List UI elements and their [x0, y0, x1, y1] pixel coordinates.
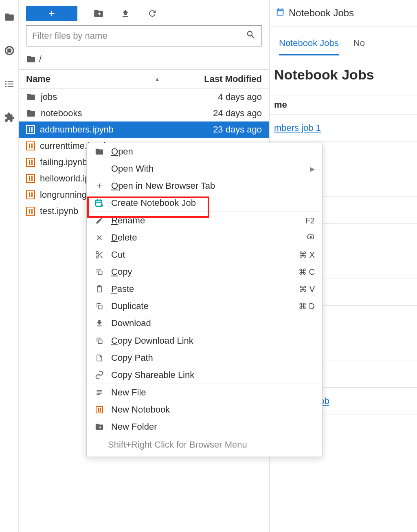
download-icon — [94, 318, 105, 329]
submenu-arrow-icon: ▶ — [310, 165, 315, 173]
svg-rect-17 — [97, 392, 102, 393]
folder-icon — [26, 92, 36, 102]
notebook-icon — [26, 190, 35, 199]
menu-new-folder-label: New Folder — [111, 422, 315, 432]
extensions-tab-icon[interactable] — [4, 112, 15, 123]
menu-duplicate[interactable]: Duplicate ⌘ D — [87, 298, 322, 315]
menu-open-tab[interactable]: Open in New Browser Tab — [87, 177, 322, 194]
menu-paste[interactable]: Paste ⌘ V — [87, 280, 322, 298]
menu-paste-label: Paste — [111, 284, 292, 294]
menu-download[interactable]: Download — [87, 315, 322, 332]
sort-caret-icon: ▲ — [154, 76, 160, 82]
menu-copy-share-label: Copy Shareable Link — [111, 370, 315, 380]
svg-point-2 — [5, 81, 6, 82]
folder-tab-icon[interactable] — [4, 11, 15, 23]
panel-header-title: Notebook Jobs — [289, 7, 354, 19]
svg-point-4 — [5, 83, 6, 84]
svg-rect-18 — [97, 393, 102, 394]
notebook-row[interactable]: addnumbers.ipynb23 days ago — [19, 121, 269, 138]
menu-cut-shortcut: ⌘ X — [299, 250, 315, 260]
svg-point-9 — [96, 252, 99, 254]
menu-delete[interactable]: Delete — [87, 229, 322, 246]
breadcrumb-root: / — [39, 54, 42, 64]
file-modified: 24 days ago — [176, 108, 262, 119]
menu-copy[interactable]: Copy ⌘ C — [87, 263, 322, 280]
menu-rename[interactable]: Rename F2 — [87, 212, 322, 229]
menu-copy-path-label: Copy Path — [111, 353, 315, 363]
svg-rect-15 — [99, 340, 102, 344]
clipboard-icon — [94, 284, 105, 294]
file-name: jobs — [41, 92, 171, 102]
file-modified: 4 days ago — [176, 92, 262, 102]
menu-copy-download-link[interactable]: Copy Download Link — [87, 332, 322, 349]
refresh-button[interactable] — [147, 8, 158, 19]
link-icon — [94, 370, 105, 380]
svg-rect-3 — [7, 81, 13, 82]
tab-notebook-jobs[interactable]: Notebook Jobs — [279, 38, 339, 55]
menu-open-with[interactable]: Open With ▶ — [87, 160, 322, 177]
folder-row[interactable]: notebooks24 days ago — [19, 105, 269, 121]
search-icon — [246, 30, 256, 42]
panel-header: Notebook Jobs — [270, 0, 417, 26]
menu-download-label: Download — [111, 318, 315, 329]
menu-duplicate-label: Duplicate — [111, 301, 292, 311]
job-link[interactable]: mbers job 1 — [274, 123, 321, 133]
job-row: mbers job 1 — [270, 115, 417, 142]
new-folder-icon — [94, 422, 105, 432]
menu-open-label: Open — [111, 146, 315, 157]
new-folder-button[interactable] — [93, 8, 104, 19]
modified-column-header[interactable]: Last Modified — [176, 74, 262, 84]
new-launcher-button[interactable] — [26, 6, 77, 21]
menu-copy-path[interactable]: Copy Path — [87, 349, 322, 366]
scissors-icon — [94, 249, 105, 260]
jobs-table-header: me — [270, 95, 417, 115]
menu-cut-label: Cut — [111, 249, 292, 260]
menu-hint: Shift+Right Click for Browser Menu — [87, 435, 322, 457]
notebook-icon — [26, 125, 35, 134]
menu-new-file-label: New File — [111, 387, 315, 398]
menu-new-notebook[interactable]: New Notebook — [87, 401, 322, 418]
menu-copy-shareable-link[interactable]: Copy Shareable Link — [87, 366, 322, 384]
menu-copy-shortcut: ⌘ C — [298, 267, 315, 277]
notebook-icon — [94, 404, 105, 415]
menu-open-with-label: Open With — [111, 163, 303, 174]
backspace-icon — [305, 233, 315, 243]
context-menu: Open Open With ▶ Open in New Browser Tab… — [86, 143, 323, 457]
panel-title: Notebook Jobs — [270, 55, 417, 95]
menu-paste-shortcut: ⌘ V — [299, 284, 315, 294]
pencil-icon — [94, 215, 105, 226]
svg-rect-1 — [8, 49, 11, 52]
filter-input[interactable] — [26, 26, 261, 46]
folder-row[interactable]: jobs4 days ago — [19, 89, 269, 105]
menu-copy-dl-label: Copy Download Link — [111, 336, 315, 346]
upload-button[interactable] — [120, 8, 131, 19]
notebook-icon — [26, 174, 35, 183]
tab-other[interactable]: No — [353, 38, 365, 55]
menu-new-file[interactable]: New File — [87, 384, 322, 401]
menu-open[interactable]: Open — [87, 143, 322, 160]
menu-new-folder[interactable]: New Folder — [87, 418, 322, 435]
menu-rename-label: Rename — [111, 215, 299, 226]
breadcrumb[interactable]: / — [19, 51, 269, 69]
file-name: addnumbers.ipynb — [40, 124, 171, 135]
folder-icon — [26, 108, 36, 118]
svg-rect-19 — [97, 394, 100, 395]
svg-rect-7 — [7, 86, 13, 87]
running-tab-icon[interactable] — [4, 45, 15, 56]
toc-tab-icon[interactable] — [4, 78, 15, 90]
calendar-icon — [276, 7, 285, 19]
menu-create-notebook-job[interactable]: Create Notebook Job — [87, 194, 322, 212]
notebook-icon — [26, 207, 35, 216]
notebook-icon — [26, 141, 35, 150]
menu-cut[interactable]: Cut ⌘ X — [87, 246, 322, 263]
name-column-header[interactable]: Name — [26, 74, 50, 84]
svg-point-10 — [96, 256, 99, 258]
svg-rect-16 — [97, 390, 102, 391]
job-name-column[interactable]: me — [274, 99, 287, 110]
filter-box — [26, 25, 262, 46]
menu-copy-label: Copy — [111, 267, 292, 277]
menu-open-tab-label: Open in New Browser Tab — [111, 181, 315, 191]
plus-icon — [94, 181, 105, 191]
file-browser-toolbar — [19, 0, 269, 25]
svg-rect-14 — [99, 305, 102, 309]
